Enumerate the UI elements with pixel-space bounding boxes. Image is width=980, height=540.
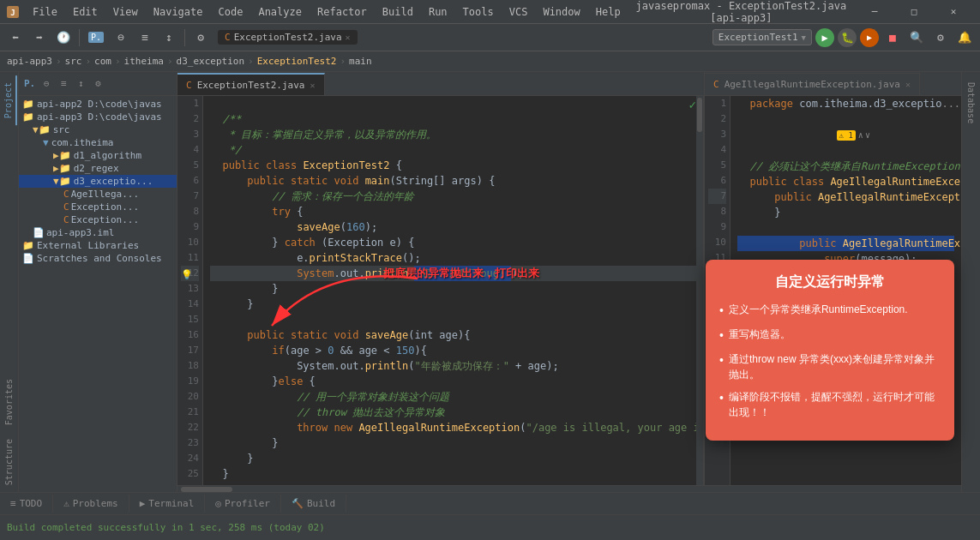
main-area: Project Favorites Structure P. ⊖ ≡ ↕ ⚙ 📁… xyxy=(0,72,980,492)
tab-close-btn[interactable]: ✕ xyxy=(310,81,315,90)
bottom-tab-problems[interactable]: ⚠ Problems xyxy=(53,495,129,513)
tree-item-com[interactable]: ▼ com.itheima xyxy=(19,136,177,149)
toolbar-tab-close[interactable]: ✕ xyxy=(346,33,351,42)
toolbar-sep2 xyxy=(184,29,185,46)
code-line: public static void main(String[] args) { xyxy=(210,173,696,189)
tab-exceptiontest2[interactable]: C ExceptionTest2.java ✕ xyxy=(177,73,325,95)
toolbar-forward-button[interactable]: ➡ xyxy=(29,27,50,48)
toolbar-tab-label[interactable]: ExceptionTest2.java xyxy=(234,32,342,43)
run-button[interactable]: ▶ xyxy=(815,28,834,47)
debug-button[interactable]: 🐛 xyxy=(838,28,857,47)
menu-analyze[interactable]: Analyze xyxy=(251,4,309,20)
menu-view[interactable]: View xyxy=(106,4,145,20)
code-editor-left[interactable]: /** * 目标：掌握自定义异常，以及异常的作用。 */ public clas… xyxy=(203,96,703,485)
menu-navigate[interactable]: Navigate xyxy=(147,4,210,20)
panel-sort-btn[interactable]: ↕ xyxy=(73,76,88,92)
stop-button[interactable]: ■ xyxy=(882,27,903,48)
menu-help[interactable]: Help xyxy=(589,4,628,20)
tree-item-iml[interactable]: 📄 api-app3.iml xyxy=(19,226,177,239)
toolbar-back-button[interactable]: ⬅ xyxy=(5,27,26,48)
toolbar-config-button[interactable]: ⚙ xyxy=(930,27,951,48)
tree-item[interactable]: 📁 api-app3 D:\code\javas xyxy=(19,111,177,123)
code-line: // 用一个异常对象封装这个问题 xyxy=(210,389,696,405)
menu-refactor[interactable]: Refactor xyxy=(310,4,374,20)
tree-item[interactable]: 📁 api-app2 D:\code\javas xyxy=(19,98,177,111)
code-line: } xyxy=(210,281,696,297)
popup-title: 自定义运行时异常 xyxy=(719,273,941,291)
menu-file[interactable]: File xyxy=(26,4,64,20)
code-line: public class AgeIllegalRuntimeException … xyxy=(737,174,954,189)
tab-ageillegal[interactable]: C AgeIllegalRuntimeException.java ✕ xyxy=(705,73,920,95)
panel-settings-btn[interactable]: ⚙ xyxy=(90,76,105,92)
breadcrumb-item-2[interactable]: com xyxy=(94,56,111,67)
tree-item-src[interactable]: ▼📁 src xyxy=(19,123,177,136)
right-scrollbar[interactable] xyxy=(696,96,703,485)
tab-java-icon2: C xyxy=(713,79,719,90)
tree-item-scratches[interactable]: 📄 Scratches and Consoles xyxy=(19,252,177,265)
code-line xyxy=(737,220,954,236)
sidebar-tab-favorites[interactable]: Favorites xyxy=(2,372,16,432)
sidebar-tab-structure[interactable]: Structure xyxy=(2,432,16,492)
panel-collapse-btn[interactable]: ⊖ xyxy=(39,76,54,92)
tree-item-exception1[interactable]: C Exception... xyxy=(19,201,177,213)
menu-edit[interactable]: Edit xyxy=(66,4,105,20)
maximize-button[interactable]: □ xyxy=(894,0,934,24)
breadcrumb-item-0[interactable]: api-app3 xyxy=(7,56,52,67)
terminal-icon: ▶ xyxy=(140,498,146,509)
popup-item-1: • 定义一个异常类继承RuntimeException. xyxy=(719,302,941,320)
tree-item-d2[interactable]: ▶📁 d2_regex xyxy=(19,162,177,175)
breadcrumb-item-1[interactable]: src xyxy=(65,56,82,67)
toolbar-project-button[interactable]: P. xyxy=(85,27,107,48)
run-with-coverage-button[interactable]: ▶ xyxy=(860,28,879,47)
run-config-dropdown[interactable]: ExceptionTest1 ▼ xyxy=(712,29,812,45)
tab-close-btn2[interactable]: ✕ xyxy=(905,80,911,89)
app-icon-area: J xyxy=(7,6,19,18)
tabs-bar: C ExceptionTest2.java ✕ C AgeIllegalRunt… xyxy=(177,72,961,96)
toolbar-search-button[interactable]: 🔍 xyxy=(906,27,927,48)
minimize-button[interactable]: ─ xyxy=(855,0,894,24)
toolbar-expand-button[interactable]: ≡ xyxy=(135,27,155,48)
toolbar-recent-button[interactable]: 🕐 xyxy=(53,27,74,48)
sidebar-tab-database[interactable]: Database xyxy=(964,75,978,130)
close-button[interactable]: ✕ xyxy=(934,0,973,24)
code-line: */ xyxy=(210,142,696,158)
left-editor: 1 2 3 4 5 6 7 8 9 10 11 12 💡 xyxy=(177,96,704,485)
menu-code[interactable]: Code xyxy=(212,4,250,20)
file-tree: 📁 api-app2 D:\code\javas 📁 api-app3 D:\c… xyxy=(19,96,177,492)
problems-label: Problems xyxy=(73,498,118,509)
app-icon: J xyxy=(7,6,19,18)
code-line: } xyxy=(210,297,696,312)
tree-item-ageilleg[interactable]: C AgeIllega... xyxy=(19,188,177,201)
panel-expand-btn[interactable]: ≡ xyxy=(56,76,71,92)
h-scroll-thumb[interactable] xyxy=(181,487,232,492)
breadcrumb-item-6[interactable]: main xyxy=(349,56,372,67)
toolbar-sep1 xyxy=(79,29,80,46)
tree-item-exception2[interactable]: C Exception... xyxy=(19,213,177,226)
toolbar: ⬅ ➡ 🕐 P. ⊖ ≡ ↕ ⚙ C ExceptionTest2.java ✕… xyxy=(0,24,980,51)
menu-run[interactable]: Run xyxy=(422,4,454,20)
bottom-tab-build[interactable]: 🔨 Build xyxy=(281,495,346,513)
tree-item-d1[interactable]: ▶📁 d1_algorithm xyxy=(19,149,177,162)
menu-vcs[interactable]: VCS xyxy=(502,4,535,20)
toolbar-notifications-button[interactable]: 🔔 xyxy=(954,27,975,48)
sidebar-tab-project[interactable]: Project xyxy=(1,75,17,125)
toolbar-settings-button[interactable]: ⚙ xyxy=(190,27,211,48)
horizontal-scrollbar[interactable] xyxy=(177,485,961,492)
tree-item-extlib[interactable]: 📁 External Libraries xyxy=(19,239,177,252)
popup-item-4: • 编译阶段不报错，提醒不强烈，运行时才可能出现！！ xyxy=(719,389,941,420)
bottom-tab-todo[interactable]: ≡ TODO xyxy=(0,495,53,513)
toolbar-collapse-button[interactable]: ⊖ xyxy=(111,27,131,48)
left-sidebar: Project Favorites Structure xyxy=(0,72,19,492)
tree-item-d3[interactable]: ▼📁 d3_exceptio... xyxy=(19,175,177,188)
menu-window[interactable]: Window xyxy=(536,4,586,20)
bottom-tab-terminal[interactable]: ▶ Terminal xyxy=(129,495,206,513)
menu-build[interactable]: Build xyxy=(376,4,420,20)
scroll-thumb[interactable] xyxy=(697,98,702,132)
toolbar-sort-button[interactable]: ↕ xyxy=(159,27,179,48)
breadcrumb-item-3[interactable]: itheima xyxy=(124,56,164,67)
code-line: System.out.println("年龄被成功保存：" + age); xyxy=(210,358,696,374)
bottom-tab-profiler[interactable]: ◎ Profiler xyxy=(205,495,281,513)
menu-tools[interactable]: Tools xyxy=(456,4,501,20)
breadcrumb-item-4[interactable]: d3_exception xyxy=(177,56,244,67)
breadcrumb-item-5[interactable]: ExceptionTest2 xyxy=(257,56,337,67)
